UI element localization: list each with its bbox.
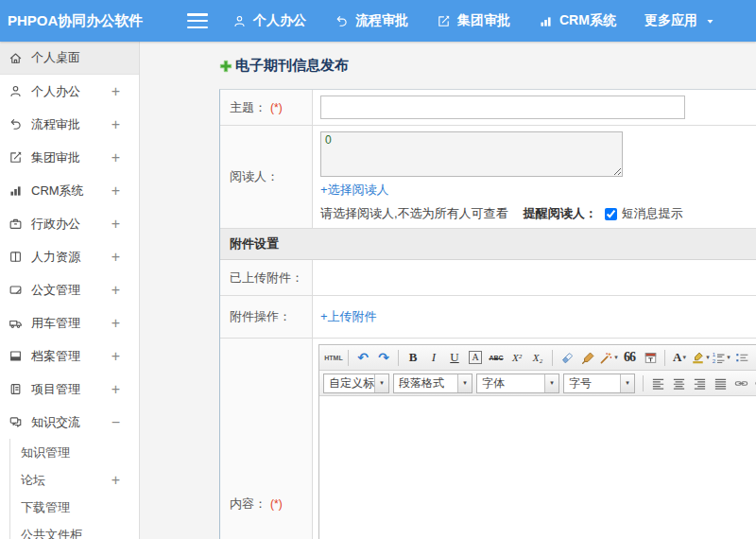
sidebar-subitem-2[interactable]: 论坛+	[0, 466, 139, 494]
sidebar-item-5[interactable]: CRM系统+	[0, 174, 139, 207]
blockquote-button[interactable]: 66	[619, 347, 640, 368]
expand-toggle[interactable]: +	[112, 150, 120, 165]
underline-button[interactable]: U	[444, 347, 465, 368]
sidebar-item-4[interactable]: 集团审批+	[0, 141, 139, 174]
sidebar-item-8[interactable]: 公文管理+	[0, 273, 139, 306]
edit-square-icon	[9, 150, 23, 165]
expand-toggle[interactable]: +	[112, 382, 120, 397]
strikethrough-button[interactable]: ABC	[486, 347, 507, 368]
format-painter-button[interactable]	[577, 347, 598, 368]
insert-title-button[interactable]	[640, 347, 661, 368]
content-label: 内容： (*)	[220, 339, 313, 539]
font-family-select[interactable]: 字体▾	[476, 374, 559, 393]
bar-chart-icon	[539, 14, 553, 28]
page-layout: 个人桌面个人办公+流程审批+集团审批+CRM系统+行政办公+人力资源+公文管理+…	[0, 42, 756, 539]
html-source-button[interactable]: HTML	[323, 347, 344, 368]
caret-down-icon: ▾	[614, 354, 618, 361]
align-left-button[interactable]	[647, 373, 668, 393]
editor-content-area[interactable]	[319, 396, 756, 539]
sidebar-item-6[interactable]: 行政办公+	[0, 207, 139, 240]
nav-item-3[interactable]: 集团审批	[437, 12, 510, 29]
sidebar-item-7[interactable]: 人力资源+	[0, 240, 139, 273]
subscript-button[interactable]: X₂	[527, 347, 548, 368]
sidebar-item-1[interactable]: 个人桌面	[0, 42, 139, 75]
remove-format-button[interactable]	[557, 347, 577, 368]
sidebar-subitem-4[interactable]: 公共文件柜	[0, 521, 139, 539]
font-color-button-glyph: A	[673, 350, 681, 365]
nav-item-2[interactable]: 流程审批	[335, 12, 408, 29]
expand-toggle[interactable]: −	[112, 415, 120, 430]
sidebar-item-3[interactable]: 流程审批+	[0, 108, 139, 141]
svg-text:2: 2	[713, 357, 716, 364]
nav-item-label: 集团审批	[457, 12, 510, 29]
expand-toggle[interactable]: +	[112, 217, 120, 232]
bold-button[interactable]: B	[403, 347, 423, 368]
font-color-button[interactable]: A▾	[669, 347, 690, 368]
subject-input[interactable]	[320, 96, 685, 119]
link-button[interactable]	[730, 373, 751, 393]
calendar-text-icon	[644, 351, 658, 365]
highlighter-icon	[691, 351, 705, 365]
sidebar-item-label: 流程审批	[31, 116, 80, 133]
align-center-button[interactable]	[668, 373, 689, 393]
expand-toggle[interactable]: +	[112, 473, 120, 488]
sidebar-item-11[interactable]: 项目管理+	[0, 373, 139, 406]
select-readers-link[interactable]: +选择阅读人	[320, 182, 389, 199]
caret-down-icon	[704, 15, 716, 27]
readers-textarea[interactable]: 0	[320, 131, 623, 177]
align-right-button[interactable]	[689, 373, 710, 393]
auto-typeset-button[interactable]: ▾	[598, 347, 619, 368]
unlink-button[interactable]	[751, 373, 756, 393]
paragraph-format-select-value: 段落格式	[394, 375, 457, 391]
expand-toggle[interactable]: +	[112, 84, 120, 99]
nav-item-label: 个人办公	[253, 12, 306, 29]
undo-button[interactable]: ↶	[352, 347, 373, 368]
nav-item-1[interactable]: 个人办公	[232, 12, 306, 29]
upload-attachment-link[interactable]: +上传附件	[320, 308, 377, 325]
undo-icon	[9, 117, 23, 131]
expand-toggle[interactable]: +	[112, 349, 120, 364]
brush-icon	[581, 351, 595, 365]
redo-button[interactable]: ↷	[373, 347, 394, 368]
align-left-icon	[651, 376, 665, 391]
menu-icon[interactable]	[187, 13, 208, 28]
expand-toggle[interactable]: +	[112, 183, 120, 199]
highlight-color-button[interactable]: ▾	[690, 347, 711, 368]
add-icon	[219, 60, 232, 73]
strikethrough-button-glyph: ABC	[489, 355, 503, 361]
sidebar-subitem-3[interactable]: 下载管理	[0, 494, 139, 521]
content-value-cell: HTML↶↷BIUAABCX²X₂▾66A▾▾12▾ 自定义标题▾段落格式▾字体…	[313, 339, 756, 539]
sidebar-item-label: CRM系统	[31, 183, 84, 200]
ordered-list-button[interactable]: 12▾	[711, 347, 731, 368]
attachment-action-value-cell: +上传附件	[313, 296, 756, 338]
sidebar-item-label: 项目管理	[31, 381, 80, 398]
superscript-button[interactable]: X²	[507, 347, 527, 368]
sidebar-item-2[interactable]: 个人办公+	[0, 75, 139, 108]
paragraph-format-select[interactable]: 段落格式▾	[393, 374, 472, 393]
unordered-list-button[interactable]	[731, 347, 752, 368]
doc-pen-icon	[9, 283, 23, 297]
expand-toggle[interactable]: +	[112, 117, 120, 132]
expand-toggle[interactable]: +	[112, 250, 120, 265]
sms-notice-label: 短消息提示	[622, 205, 683, 222]
edit-square-icon	[437, 14, 451, 28]
sidebar-item-10[interactable]: 档案管理+	[0, 339, 139, 373]
chat-icon	[9, 415, 23, 429]
superscript-button-glyph: X²	[512, 352, 522, 363]
nav-item-5[interactable]: 更多应用	[644, 12, 716, 29]
sms-notice-checkbox[interactable]	[605, 208, 617, 220]
custom-title-select[interactable]: 自定义标题▾	[323, 374, 389, 393]
align-justify-button[interactable]	[710, 373, 730, 393]
expand-toggle[interactable]: +	[112, 283, 120, 298]
sidebar-subitem-label: 公共文件柜	[21, 527, 82, 539]
font-size-select[interactable]: 字号▾	[563, 374, 635, 393]
main-content: 电子期刊信息发布 主题： (*) 阅读人： 0 +选择阅读	[140, 42, 756, 539]
expand-toggle[interactable]: +	[112, 316, 120, 331]
unordered-list-icon	[735, 351, 749, 365]
sidebar-item-12[interactable]: 知识交流−	[0, 406, 139, 439]
sidebar-subitem-1[interactable]: 知识管理	[0, 439, 139, 466]
sidebar-item-9[interactable]: 用车管理+	[0, 306, 139, 339]
char-border-button[interactable]: A	[465, 347, 486, 368]
italic-button[interactable]: I	[423, 347, 444, 368]
nav-item-4[interactable]: CRM系统	[539, 12, 616, 29]
